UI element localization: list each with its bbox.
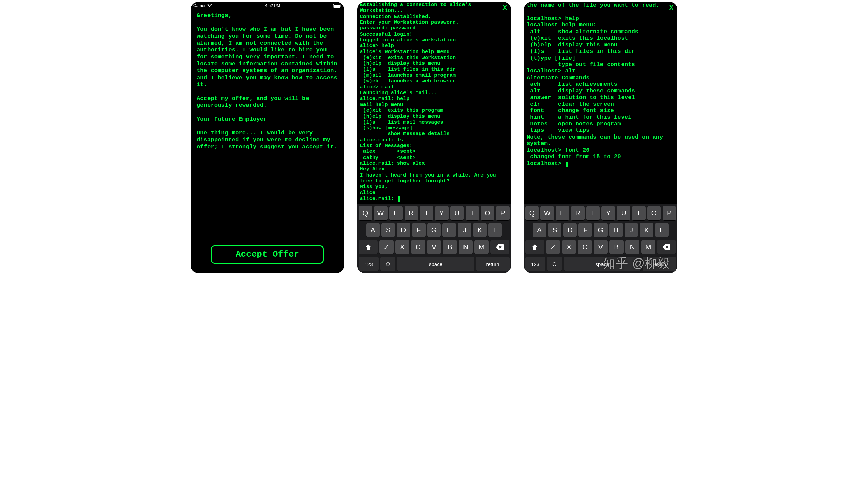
key-i[interactable]: I — [465, 206, 479, 220]
key-u[interactable]: U — [450, 206, 464, 220]
carrier-label: Carrier — [193, 3, 206, 8]
key-l[interactable]: L — [655, 223, 669, 237]
key-emoji[interactable]: ☺ — [547, 257, 562, 271]
backspace-icon — [496, 244, 504, 250]
close-button[interactable]: X — [669, 4, 673, 12]
key-m[interactable]: M — [641, 240, 655, 254]
status-bar: Carrier 4:52 PM — [191, 2, 344, 9]
key-q[interactable]: Q — [525, 206, 539, 220]
key-f[interactable]: F — [412, 223, 425, 237]
screenshot-2: X Establishing a connection to alice's W… — [357, 2, 511, 273]
close-button[interactable]: X — [502, 4, 507, 12]
key-shift[interactable] — [359, 240, 378, 254]
keyboard-row-1: Q W E R T Y U I O P — [525, 206, 676, 220]
key-k[interactable]: K — [640, 223, 653, 237]
key-d[interactable]: D — [397, 223, 410, 237]
key-v[interactable]: V — [594, 240, 608, 254]
keyboard-row-4: 123 ☺ space return — [525, 257, 676, 271]
key-l[interactable]: L — [488, 223, 502, 237]
key-y[interactable]: Y — [435, 206, 449, 220]
key-c[interactable]: C — [411, 240, 425, 254]
shift-icon — [365, 244, 371, 250]
key-return[interactable]: return — [642, 257, 676, 271]
letter-body: Greetings, You don't know who I am but I… — [191, 9, 344, 245]
wifi-icon — [207, 4, 212, 8]
key-b[interactable]: B — [609, 240, 624, 254]
key-d[interactable]: D — [563, 223, 577, 237]
screenshot-3: X the name of the file you want to read.… — [524, 2, 677, 273]
key-z[interactable]: Z — [546, 240, 560, 254]
key-n[interactable]: N — [625, 240, 639, 254]
key-z[interactable]: Z — [380, 240, 394, 254]
key-x[interactable]: X — [562, 240, 576, 254]
key-backspace[interactable] — [657, 240, 676, 254]
keyboard-row-3: Z X C V B N M — [525, 240, 676, 254]
key-return[interactable]: return — [476, 257, 510, 271]
keyboard-row-3: Z X C V B N M — [359, 240, 510, 254]
keyboard-row-4: 123 ☺ space return — [359, 257, 510, 271]
key-o[interactable]: O — [647, 206, 661, 220]
accept-offer-label: Accept Offer — [235, 249, 299, 260]
key-g[interactable]: G — [594, 223, 607, 237]
key-u[interactable]: U — [617, 206, 630, 220]
key-numbers[interactable]: 123 — [525, 257, 545, 271]
screenshot-1: Carrier 4:52 PM Greetings, You don't kno… — [191, 2, 344, 273]
key-space[interactable]: space — [397, 257, 474, 271]
key-j[interactable]: J — [625, 223, 638, 237]
emoji-icon: ☺ — [551, 260, 558, 267]
key-t[interactable]: T — [586, 206, 600, 220]
key-s[interactable]: S — [548, 223, 561, 237]
terminal-text: the name of the file you want to read. l… — [526, 2, 667, 167]
shift-icon — [532, 244, 538, 250]
key-r[interactable]: R — [571, 206, 585, 220]
key-o[interactable]: O — [481, 206, 494, 220]
key-shift[interactable] — [525, 240, 544, 254]
key-e[interactable]: E — [389, 206, 403, 220]
keyboard: Q W E R T Y U I O P A S D F G H J K L — [524, 204, 677, 273]
key-t[interactable]: T — [420, 206, 433, 220]
svg-rect-1 — [334, 5, 340, 7]
key-k[interactable]: K — [473, 223, 487, 237]
key-w[interactable]: W — [374, 206, 387, 220]
key-numbers[interactable]: 123 — [359, 257, 379, 271]
key-x[interactable]: X — [395, 240, 410, 254]
terminal-output: the name of the file you want to read. l… — [524, 2, 677, 204]
backspace-icon — [663, 244, 670, 250]
key-a[interactable]: A — [366, 223, 380, 237]
cursor — [398, 196, 400, 201]
key-y[interactable]: Y — [601, 206, 615, 220]
key-q[interactable]: Q — [359, 206, 372, 220]
key-m[interactable]: M — [474, 240, 488, 254]
svg-rect-2 — [341, 5, 342, 6]
key-p[interactable]: P — [663, 206, 676, 220]
key-g[interactable]: G — [427, 223, 441, 237]
accept-offer-button[interactable]: Accept Offer — [211, 245, 324, 264]
key-i[interactable]: I — [632, 206, 646, 220]
terminal-output: Establishing a connection to alice's Wor… — [357, 2, 511, 204]
keyboard: Q W E R T Y U I O P A S D F G H J K L — [357, 204, 511, 273]
key-emoji[interactable]: ☺ — [380, 257, 395, 271]
key-space[interactable]: space — [564, 257, 641, 271]
battery-icon — [333, 4, 342, 8]
key-v[interactable]: V — [427, 240, 441, 254]
key-c[interactable]: C — [578, 240, 592, 254]
key-e[interactable]: E — [556, 206, 569, 220]
key-s[interactable]: S — [381, 223, 395, 237]
keyboard-row-2: A S D F G H J K L — [359, 223, 510, 237]
key-j[interactable]: J — [458, 223, 471, 237]
terminal-text: Establishing a connection to alice's Wor… — [360, 2, 499, 201]
keyboard-row-2: A S D F G H J K L — [525, 223, 676, 237]
key-w[interactable]: W — [540, 206, 554, 220]
emoji-icon: ☺ — [384, 260, 391, 267]
cursor — [565, 161, 568, 167]
key-a[interactable]: A — [533, 223, 546, 237]
key-p[interactable]: P — [496, 206, 510, 220]
key-b[interactable]: B — [443, 240, 457, 254]
key-n[interactable]: N — [459, 240, 473, 254]
key-r[interactable]: R — [405, 206, 418, 220]
key-f[interactable]: F — [578, 223, 592, 237]
clock: 4:52 PM — [265, 3, 280, 8]
key-h[interactable]: H — [609, 223, 623, 237]
key-backspace[interactable] — [490, 240, 509, 254]
key-h[interactable]: H — [443, 223, 456, 237]
